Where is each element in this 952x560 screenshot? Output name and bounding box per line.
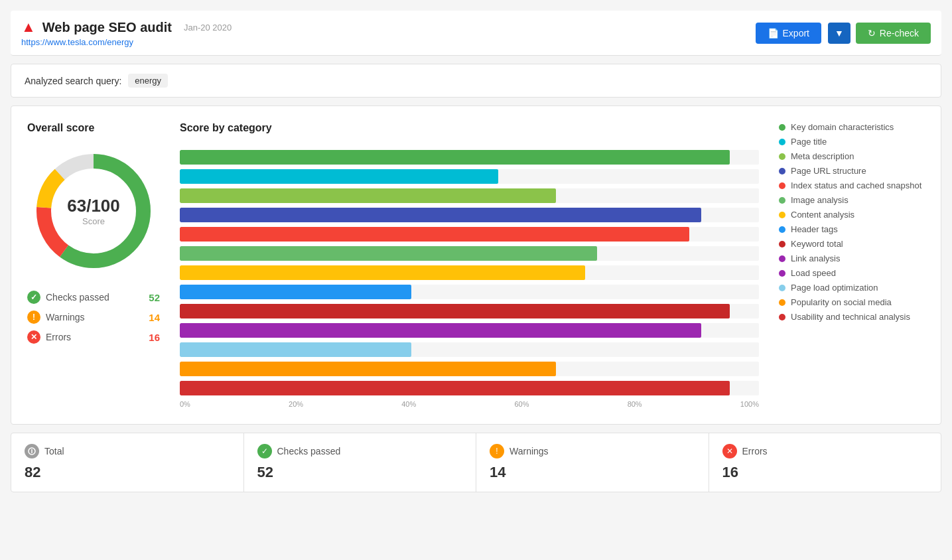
bottom-errors-value: 16	[722, 464, 928, 481]
legend-item-0: Key domain characteristics	[779, 122, 925, 132]
stat-passed: ✓ Checks passed 52	[27, 291, 160, 304]
bar-row-6	[180, 265, 759, 280]
legend-dot-8	[779, 241, 785, 247]
total-icon	[25, 444, 39, 458]
bottom-passed-icon: ✓	[257, 444, 272, 458]
bottom-errors: ✕ Errors 16	[709, 433, 941, 492]
bar-track	[180, 227, 759, 242]
bar-fill	[180, 323, 701, 338]
export-dropdown-button[interactable]: ▼	[828, 23, 850, 44]
stat-errors: ✕ Errors 16	[27, 330, 160, 344]
bar-chart-title: Score by category	[180, 122, 759, 134]
legend-label-9: Link analysis	[791, 253, 840, 263]
bottom-passed-value: 52	[257, 464, 463, 481]
legend-dot-9	[779, 255, 785, 262]
errors-label: Errors	[46, 332, 143, 342]
search-query-value: energy	[128, 74, 168, 88]
page-title: Web page SEO audit	[42, 20, 172, 35]
legend-label-10: Load speed	[791, 268, 836, 278]
legend-section: Key domain characteristics Page title Me…	[779, 122, 925, 408]
bar-track	[180, 304, 759, 318]
bar-row-7	[180, 285, 759, 299]
legend-dot-13	[779, 314, 785, 320]
bar-fill	[180, 304, 730, 318]
warnings-label: Warnings	[46, 312, 143, 322]
bar-track	[180, 285, 759, 299]
passed-icon: ✓	[27, 291, 40, 304]
stat-warnings: ! Warnings 14	[27, 311, 160, 324]
legend-item-8: Keyword total	[779, 239, 925, 249]
legend-dot-12	[779, 299, 785, 306]
bottom-total: Total 82	[11, 433, 244, 492]
legend-label-8: Keyword total	[791, 239, 843, 249]
bar-fill	[180, 150, 730, 165]
search-bar-label: Analyzed search query:	[25, 76, 121, 86]
legend-item-6: Content analysis	[779, 210, 925, 220]
bar-fill	[180, 227, 689, 242]
bottom-warnings-value: 14	[490, 464, 695, 481]
bar-track	[180, 208, 759, 222]
axis-label-1: 20%	[289, 400, 303, 408]
legend-label-3: Page URL structure	[791, 166, 866, 176]
warnings-count: 14	[149, 312, 160, 323]
overall-section: Overall score 63/100	[27, 122, 160, 408]
axis-label-5: 100%	[740, 400, 759, 408]
legend-item-12: Popularity on social media	[779, 297, 925, 307]
legend-label-6: Content analysis	[791, 210, 854, 220]
url-link[interactable]: https://www.tesla.com/energy	[21, 37, 232, 47]
axis-label-2: 40%	[401, 400, 416, 408]
legend-item-4: Index status and cached snapshot	[779, 180, 925, 190]
page-header: ▲ Web page SEO audit Jan-20 2020 https:/…	[11, 11, 941, 56]
export-button[interactable]: 📄 Export	[756, 23, 821, 44]
bar-track	[180, 323, 759, 338]
bar-track	[180, 169, 759, 184]
bar-fill	[180, 265, 585, 280]
bottom-stats-bar: Total 82 ✓ Checks passed 52 ! Warnings 1…	[11, 433, 941, 492]
recheck-button[interactable]: ↻ Re-check	[856, 23, 931, 44]
bar-fill	[180, 362, 556, 376]
header-left: ▲ Web page SEO audit Jan-20 2020 https:/…	[21, 19, 232, 47]
bar-track	[180, 265, 759, 280]
legend-dot-11	[779, 285, 785, 291]
donut-score-label: Score	[67, 216, 120, 226]
bottom-error-icon: ✕	[722, 444, 737, 458]
main-card-inner: Overall score 63/100	[27, 122, 925, 408]
bottom-passed-label: Checks passed	[277, 446, 341, 456]
bottom-total-label: Total	[44, 446, 64, 456]
recheck-label: Re-check	[880, 28, 919, 38]
bar-row-8	[180, 304, 759, 318]
legend-dot-2	[779, 153, 785, 160]
legend-dot-6	[779, 212, 785, 218]
legend-label-0: Key domain characteristics	[791, 122, 894, 132]
legend-item-13: Usability and technical analysis	[779, 312, 925, 322]
legend-label-1: Page title	[791, 137, 827, 147]
bar-fill	[180, 246, 597, 261]
donut-center: 63/100 Score	[67, 196, 120, 226]
legend-label-2: Meta description	[791, 151, 854, 161]
axis-label-0: 0%	[180, 400, 190, 408]
bar-fill	[180, 169, 498, 184]
bottom-total-header: Total	[25, 444, 230, 458]
header-actions: 📄 Export ▼ ↻ Re-check	[756, 23, 931, 44]
bar-fill	[180, 381, 730, 395]
legend-dot-1	[779, 139, 785, 145]
legend-dot-5	[779, 197, 785, 204]
legend-item-1: Page title	[779, 137, 925, 147]
main-card: Overall score 63/100	[11, 105, 941, 425]
bar-fill	[180, 188, 556, 203]
bar-row-12	[180, 381, 759, 395]
export-label: Export	[783, 28, 809, 38]
legend-label-13: Usability and technical analysis	[791, 312, 910, 322]
bar-row-11	[180, 362, 759, 376]
logo-icon: ▲	[21, 19, 36, 36]
bar-track	[180, 381, 759, 395]
bar-fill	[180, 285, 411, 299]
bottom-passed: ✓ Checks passed 52	[244, 433, 477, 492]
legend-label-4: Index status and cached snapshot	[791, 180, 921, 190]
bottom-errors-label: Errors	[742, 446, 768, 456]
legend-item-5: Image analysis	[779, 195, 925, 205]
bar-row-1	[180, 169, 759, 184]
overall-title: Overall score	[27, 122, 160, 134]
legend-dot-10	[779, 270, 785, 277]
bar-row-5	[180, 246, 759, 261]
